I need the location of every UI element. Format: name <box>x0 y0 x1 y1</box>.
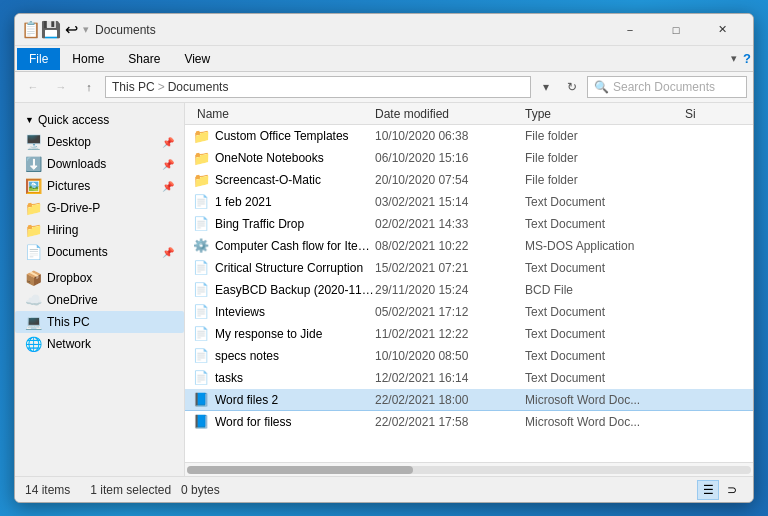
minimize-button[interactable]: − <box>607 14 653 46</box>
file-icon: 📄 <box>193 216 209 231</box>
file-icon-cell: 📁 <box>193 172 211 188</box>
file-type: Text Document <box>525 371 685 385</box>
address-path[interactable]: This PC > Documents <box>105 76 531 98</box>
ribbon: File Home Share View ▾ ? <box>15 46 753 72</box>
file-icon-cell: 📄 <box>193 348 211 363</box>
file-date: 03/02/2021 15:14 <box>375 195 525 209</box>
search-placeholder: Search Documents <box>613 80 715 94</box>
window-title: Documents <box>95 23 607 37</box>
file-date: 22/02/2021 17:58 <box>375 415 525 429</box>
file-type: Microsoft Word Doc... <box>525 415 685 429</box>
table-row[interactable]: 📁 Screencast-O-Matic 20/10/2020 07:54 Fi… <box>185 169 753 191</box>
quick-access-icon[interactable]: 📋 <box>23 22 39 38</box>
file-icon-cell: 📘 <box>193 414 211 429</box>
file-name: Word for filess <box>215 415 375 429</box>
refresh-button[interactable]: ↻ <box>561 76 583 98</box>
col-header-name[interactable]: Name <box>193 107 375 121</box>
forward-button[interactable]: → <box>49 76 73 98</box>
table-row[interactable]: 📄 1 feb 2021 03/02/2021 15:14 Text Docum… <box>185 191 753 213</box>
file-icon: 📄 <box>193 194 209 209</box>
chevron-down-icon: ▼ <box>25 115 34 125</box>
tab-file[interactable]: File <box>17 48 60 70</box>
large-icon-view-button[interactable]: ⊃ <box>721 480 743 500</box>
selection-info: 1 item selected 0 bytes <box>90 483 219 497</box>
selection-text: 1 item selected <box>90 483 171 497</box>
table-row[interactable]: 📄 Inteviews 05/02/2021 17:12 Text Docume… <box>185 301 753 323</box>
main-content: ▼ Quick access 🖥️ Desktop 📌 ⬇️ Downloads… <box>15 103 753 476</box>
documents-icon: 📄 <box>25 244 41 260</box>
file-list: 📁 Custom Office Templates 10/10/2020 06:… <box>185 125 753 462</box>
thispc-icon: 💻 <box>25 314 41 330</box>
back-button[interactable]: ← <box>21 76 45 98</box>
table-row[interactable]: 📄 tasks 12/02/2021 16:14 Text Document <box>185 367 753 389</box>
table-row[interactable]: 📄 Bing Traffic Drop 02/02/2021 14:33 Tex… <box>185 213 753 235</box>
item-count: 14 items <box>25 483 70 497</box>
table-row[interactable]: 📁 OneNote Notebooks 06/10/2020 15:16 Fil… <box>185 147 753 169</box>
tab-share[interactable]: Share <box>116 48 172 70</box>
sidebar-quick-access-header[interactable]: ▼ Quick access <box>15 109 184 131</box>
table-row[interactable]: 📁 Custom Office Templates 10/10/2020 06:… <box>185 125 753 147</box>
sidebar-item-thispc[interactable]: 💻 This PC <box>15 311 184 333</box>
tab-home[interactable]: Home <box>60 48 116 70</box>
file-name: EasyBCD Backup (2020-11-29).bcd <box>215 283 375 297</box>
address-bar: ← → ↑ This PC > Documents ▾ ↻ 🔍 Search D… <box>15 72 753 103</box>
window-controls: − □ ✕ <box>607 14 745 46</box>
table-row[interactable]: 📘 Word for filess 22/02/2021 17:58 Micro… <box>185 411 753 433</box>
file-name: Bing Traffic Drop <box>215 217 375 231</box>
sidebar-label-dropbox: Dropbox <box>47 271 92 285</box>
sidebar-item-network[interactable]: 🌐 Network <box>15 333 184 355</box>
file-icon-cell: 📁 <box>193 128 211 144</box>
close-button[interactable]: ✕ <box>699 14 745 46</box>
file-icon: 📄 <box>193 260 209 275</box>
file-icon: 📄 <box>193 282 209 297</box>
col-header-type[interactable]: Type <box>525 107 685 121</box>
up-button[interactable]: ↑ <box>77 76 101 98</box>
sidebar-item-pictures[interactable]: 🖼️ Pictures 📌 <box>15 175 184 197</box>
file-date: 08/02/2021 10:22 <box>375 239 525 253</box>
breadcrumb-sep: > <box>158 80 165 94</box>
sidebar-item-hiring[interactable]: 📁 Hiring <box>15 219 184 241</box>
table-row[interactable]: 📄 specs notes 10/10/2020 08:50 Text Docu… <box>185 345 753 367</box>
horizontal-scrollbar[interactable] <box>185 462 753 476</box>
table-row[interactable]: 📘 Word files 2 22/02/2021 18:00 Microsof… <box>185 389 753 411</box>
file-date: 20/10/2020 07:54 <box>375 173 525 187</box>
ribbon-collapse[interactable]: ▾ <box>731 52 737 65</box>
sidebar-item-documents[interactable]: 📄 Documents 📌 <box>15 241 184 263</box>
scroll-thumb[interactable] <box>187 466 413 474</box>
table-row[interactable]: ⚙️ Computer Cash flow for Itechguides 08… <box>185 235 753 257</box>
table-row[interactable]: 📄 My response to Jide 11/02/2021 12:22 T… <box>185 323 753 345</box>
file-pane: Name Date modified Type Si 📁 Custom Offi… <box>185 103 753 476</box>
save-icon[interactable]: 💾 <box>43 22 59 38</box>
details-view-button[interactable]: ☰ <box>697 480 719 500</box>
search-box[interactable]: 🔍 Search Documents <box>587 76 747 98</box>
file-date: 29/11/2020 15:24 <box>375 283 525 297</box>
sidebar-item-downloads[interactable]: ⬇️ Downloads 📌 <box>15 153 184 175</box>
file-icon-cell: 📄 <box>193 282 211 297</box>
help-button[interactable]: ? <box>743 51 751 66</box>
scroll-track[interactable] <box>187 466 751 474</box>
sidebar-label-gdrive: G-Drive-P <box>47 201 100 215</box>
file-name: 1 feb 2021 <box>215 195 375 209</box>
file-icon: 📄 <box>193 370 209 385</box>
sidebar-item-gdrive[interactable]: 📁 G-Drive-P <box>15 197 184 219</box>
dropdown-arrow[interactable]: ▾ <box>535 76 557 98</box>
tab-view[interactable]: View <box>172 48 222 70</box>
sidebar-item-dropbox[interactable]: 📦 Dropbox <box>15 267 184 289</box>
col-header-date[interactable]: Date modified <box>375 107 525 121</box>
breadcrumb-thispc[interactable]: This PC <box>112 80 155 94</box>
view-controls: ☰ ⊃ <box>697 480 743 500</box>
table-row[interactable]: 📄 EasyBCD Backup (2020-11-29).bcd 29/11/… <box>185 279 753 301</box>
file-date: 10/10/2020 06:38 <box>375 129 525 143</box>
sidebar-item-onedrive[interactable]: ☁️ OneDrive <box>15 289 184 311</box>
file-date: 05/02/2021 17:12 <box>375 305 525 319</box>
maximize-button[interactable]: □ <box>653 14 699 46</box>
table-row[interactable]: 📄 Critical Structure Corruption 15/02/20… <box>185 257 753 279</box>
customize-arrow[interactable]: ▾ <box>83 23 89 36</box>
file-icon-cell: 📄 <box>193 260 211 275</box>
sidebar-item-desktop[interactable]: 🖥️ Desktop 📌 <box>15 131 184 153</box>
undo-icon[interactable]: ↩ <box>63 22 79 38</box>
col-header-size[interactable]: Si <box>685 107 745 121</box>
breadcrumb-documents[interactable]: Documents <box>168 80 229 94</box>
file-type: Microsoft Word Doc... <box>525 393 685 407</box>
file-name: Critical Structure Corruption <box>215 261 375 275</box>
